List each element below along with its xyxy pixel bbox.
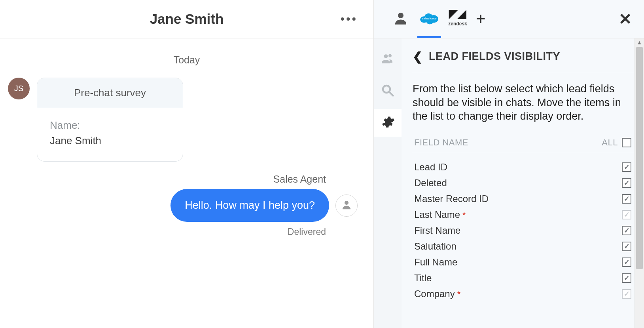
field-row-label: Master Record ID [414,193,489,204]
chat-more-button[interactable]: ••• [340,12,358,26]
field-row-label: Full Name [414,257,457,268]
contact-avatar: JS [8,78,30,99]
plus-icon: + [476,10,486,28]
section-instructions: From the list below select which lead fi… [412,81,634,133]
prechat-message-row: JS Pre-chat survey Name: Jane Smith [8,78,366,162]
svg-point-7 [384,54,388,58]
select-all-checkbox[interactable] [622,138,631,147]
chat-date-divider: Today [8,54,366,66]
scrollbar-thumb[interactable] [636,47,643,269]
field-label-text: Full Name [414,257,457,267]
field-visibility-checkbox[interactable] [622,178,631,188]
field-row[interactable]: First Name [412,223,634,238]
required-star-icon: * [462,210,466,220]
field-row-label: First Name [414,225,460,236]
field-row-label: Lead ID [414,162,447,173]
agent-message-block: Sales Agent Hello. How may I help you? D… [8,174,366,237]
divider-line-right [207,60,366,60]
field-visibility-checkbox[interactable] [622,226,631,235]
field-row[interactable]: Lead ID [412,159,634,175]
prechat-card-body: Name: Jane Smith [37,108,183,161]
field-row[interactable]: Full Name [412,254,634,270]
field-row-label: Salutation [414,241,456,252]
agent-message-bubble: Hello. How may I help you? [170,189,329,222]
contact-avatar-initials: JS [14,84,23,93]
required-star-icon: * [457,289,461,299]
chevron-left-icon: ❮ [413,50,422,63]
field-visibility-checkbox[interactable] [622,194,631,204]
field-row[interactable]: Company* [412,286,634,302]
chat-panel: Jane Smith ••• Today JS Pre-chat survey … [0,0,374,328]
svg-point-0 [345,201,349,205]
column-header-field-name: FIELD NAME [414,137,468,148]
field-list: Lead IDDeletedMaster Record IDLast Name*… [412,159,634,302]
prechat-field-label: Name: [50,119,172,132]
rail-tab-search[interactable] [374,77,402,105]
field-label-text: First Name [414,225,460,236]
prechat-card-header: Pre-chat survey [37,78,183,108]
search-icon [381,83,395,99]
right-panel-scrollbar[interactable]: ▲ [635,38,644,328]
people-icon [381,51,395,67]
field-label-text: Last Name [414,209,460,220]
integration-tab-profile[interactable] [388,6,413,32]
svg-text:salesforce: salesforce [422,17,437,20]
rail-tab-people[interactable] [374,46,402,73]
field-row[interactable]: Deleted [412,175,634,191]
right-header: salesforce ◤◢ zendesk + ✕ [374,0,644,38]
salesforce-icon: salesforce [419,11,439,27]
field-row[interactable]: Last Name* [412,207,634,223]
select-all-label: ALL [602,137,618,148]
field-label-text: Company [414,288,455,299]
add-integration-button[interactable]: + [476,10,486,29]
field-visibility-checkbox[interactable] [622,273,631,283]
section-header: ❮ LEAD FIELDS VISIBILITY [412,46,634,73]
integration-tab-salesforce[interactable]: salesforce [417,6,442,32]
field-row-label: Title [414,273,432,284]
zendesk-icon: ◤◢ zendesk [445,10,470,28]
right-main: ❮ LEAD FIELDS VISIBILITY From the list b… [374,38,644,328]
svg-line-10 [390,92,393,96]
section-separator [412,73,634,73]
field-visibility-checkbox[interactable] [622,242,631,251]
field-row-label: Company* [414,288,460,299]
chat-date-label: Today [174,54,200,66]
chat-contact-name: Jane Smith [150,11,224,27]
chat-header: Jane Smith ••• [0,0,373,38]
field-row-label: Last Name* [414,209,466,220]
agent-avatar [335,195,358,217]
prechat-card: Pre-chat survey Name: Jane Smith [37,78,183,162]
agent-display-name: Sales Agent [8,174,366,185]
integration-tab-zendesk[interactable]: ◤◢ zendesk [445,6,470,32]
field-label-text: Master Record ID [414,193,489,204]
field-row[interactable]: Master Record ID [412,191,634,207]
field-row[interactable]: Salutation [412,238,634,254]
field-visibility-checkbox[interactable] [622,162,631,172]
close-panel-button[interactable]: ✕ [616,8,635,31]
agent-message-row: Hello. How may I help you? [8,189,366,222]
field-visibility-checkbox [622,210,631,219]
select-all-wrap: ALL [602,137,631,148]
field-label-text: Lead ID [414,162,447,172]
delivered-status: Delivered [8,227,366,237]
close-icon: ✕ [619,10,632,28]
field-visibility-checkbox[interactable] [622,257,631,267]
field-label-text: Deleted [414,177,447,188]
settings-content: ❮ LEAD FIELDS VISIBILITY From the list b… [402,38,644,328]
right-panel: salesforce ◤◢ zendesk + ✕ [374,0,644,328]
field-row[interactable]: Title [412,270,634,286]
svg-point-8 [388,54,392,57]
person-icon [341,199,352,212]
svg-point-1 [398,13,403,18]
field-table-header: FIELD NAME ALL [412,133,634,152]
rail-tab-settings[interactable] [374,109,402,137]
divider-line-left [8,60,167,60]
gear-icon [381,115,395,131]
right-side-rail [374,38,402,328]
field-visibility-checkbox [622,289,631,299]
scrollbar-arrow-up-icon: ▲ [635,39,644,46]
prechat-field-value: Jane Smith [50,135,172,147]
back-button[interactable]: ❮ [413,50,422,63]
field-row-label: Deleted [414,177,447,189]
field-label-text: Title [414,273,432,283]
